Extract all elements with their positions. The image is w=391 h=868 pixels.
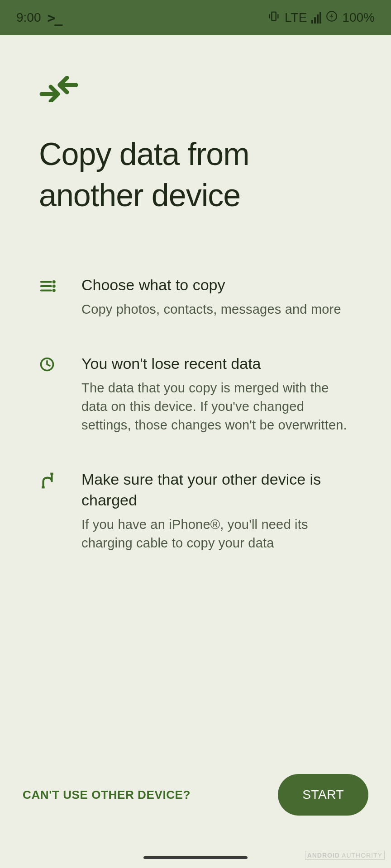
- watermark: ANDROID AUTHORITY: [305, 851, 385, 860]
- nav-handle[interactable]: [143, 856, 248, 859]
- list-icon: [39, 275, 57, 297]
- start-button[interactable]: START: [278, 774, 368, 816]
- network-label: LTE: [285, 10, 307, 25]
- info-title: You won't lose recent data: [81, 354, 355, 374]
- status-right: LTE 100%: [267, 10, 375, 26]
- terminal-icon: >_: [48, 10, 62, 26]
- status-time: 9:00: [16, 10, 41, 25]
- svg-point-12: [53, 290, 55, 291]
- svg-rect-14: [42, 486, 44, 489]
- footer: CAN'T USE OTHER DEVICE? START: [0, 774, 391, 856]
- svg-rect-0: [272, 12, 276, 20]
- main-content: Copy data from another device Choose wha…: [0, 35, 391, 774]
- signal-icon: [311, 12, 321, 24]
- battery-icon: [326, 10, 338, 25]
- info-desc: The data that you copy is merged with th…: [81, 379, 355, 434]
- info-desc: Copy photos, contacts, messages and more: [81, 300, 355, 319]
- info-title: Choose what to copy: [81, 275, 355, 296]
- page-title: Copy data from another device: [39, 134, 355, 216]
- svg-rect-15: [50, 473, 53, 475]
- info-desc: If you have an iPhone®, you'll need its …: [81, 515, 355, 552]
- info-list: Choose what to copy Copy photos, contact…: [39, 275, 355, 552]
- clock-icon: [39, 354, 57, 374]
- info-item-charge: Make sure that your other device is char…: [39, 469, 355, 552]
- svg-marker-4: [330, 13, 334, 19]
- cable-icon: [39, 469, 57, 491]
- battery-level: 100%: [342, 10, 375, 25]
- cant-use-device-button[interactable]: CAN'T USE OTHER DEVICE?: [23, 788, 191, 802]
- svg-point-10: [53, 285, 55, 287]
- svg-point-8: [53, 281, 55, 283]
- info-item-choose: Choose what to copy Copy photos, contact…: [39, 275, 355, 318]
- vibrate-icon: [267, 10, 280, 26]
- transfer-arrows-icon: [39, 76, 79, 102]
- info-item-keep-data: You won't lose recent data The data that…: [39, 354, 355, 434]
- info-title: Make sure that your other device is char…: [81, 469, 355, 511]
- status-left: 9:00 >_: [16, 10, 62, 26]
- status-bar: 9:00 >_ LTE 100%: [0, 0, 391, 35]
